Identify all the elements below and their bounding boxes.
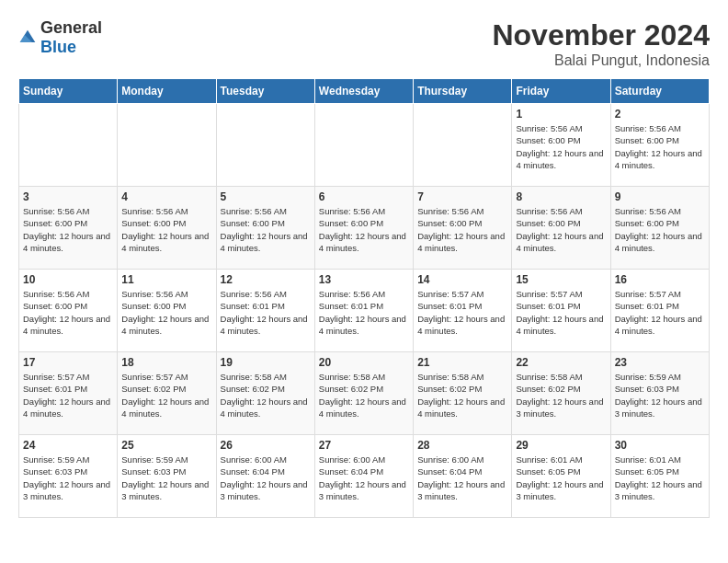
day-info: Sunrise: 6:01 AMSunset: 6:05 PMDaylight:…	[516, 454, 606, 502]
calendar-cell: 17Sunrise: 5:57 AMSunset: 6:01 PMDayligh…	[19, 352, 118, 435]
calendar-cell: 11Sunrise: 5:56 AMSunset: 6:00 PMDayligh…	[118, 270, 216, 352]
day-info: Sunrise: 5:56 AMSunset: 6:00 PMDaylight:…	[23, 205, 113, 254]
calendar-cell: 26Sunrise: 6:00 AMSunset: 6:04 PMDayligh…	[216, 435, 314, 518]
day-number: 27	[319, 439, 409, 452]
calendar-cell: 10Sunrise: 5:56 AMSunset: 6:00 PMDayligh…	[19, 270, 118, 352]
day-info: Sunrise: 5:57 AMSunset: 6:01 PMDaylight:…	[23, 371, 113, 419]
day-info: Sunrise: 5:57 AMSunset: 6:01 PMDaylight:…	[615, 288, 705, 337]
day-info: Sunrise: 5:58 AMSunset: 6:02 PMDaylight:…	[516, 371, 606, 419]
weekday-tuesday: Tuesday	[216, 79, 314, 104]
calendar-cell: 6Sunrise: 5:56 AMSunset: 6:00 PMDaylight…	[314, 187, 413, 270]
day-number: 11	[121, 273, 211, 286]
day-info: Sunrise: 5:58 AMSunset: 6:02 PMDaylight:…	[221, 371, 311, 419]
day-number: 19	[221, 356, 311, 369]
calendar-cell: 2Sunrise: 5:56 AMSunset: 6:00 PMDaylight…	[610, 104, 709, 187]
calendar-cell	[216, 104, 314, 187]
weekday-monday: Monday	[118, 79, 216, 104]
day-number: 1	[516, 108, 606, 121]
day-number: 15	[516, 273, 606, 286]
calendar-cell: 25Sunrise: 5:59 AMSunset: 6:03 PMDayligh…	[118, 435, 216, 518]
calendar-cell: 19Sunrise: 5:58 AMSunset: 6:02 PMDayligh…	[216, 352, 314, 435]
calendar-cell: 8Sunrise: 5:56 AMSunset: 6:00 PMDaylight…	[512, 187, 610, 270]
calendar-cell	[118, 104, 216, 187]
calendar-cell: 5Sunrise: 5:56 AMSunset: 6:00 PMDaylight…	[216, 187, 314, 270]
calendar-cell	[314, 104, 413, 187]
calendar-cell: 12Sunrise: 5:56 AMSunset: 6:01 PMDayligh…	[216, 270, 314, 352]
day-number: 24	[23, 439, 113, 452]
day-number: 17	[23, 356, 113, 369]
day-number: 7	[417, 190, 507, 203]
logo-general: General	[40, 18, 102, 37]
calendar-cell: 20Sunrise: 5:58 AMSunset: 6:02 PMDayligh…	[314, 352, 413, 435]
logo-icon	[18, 29, 37, 47]
title-area: November 2024 Balai Pungut, Indonesia	[492, 18, 710, 69]
calendar-cell: 27Sunrise: 6:00 AMSunset: 6:04 PMDayligh…	[314, 435, 413, 518]
logo-text: General Blue	[40, 18, 102, 57]
day-info: Sunrise: 5:59 AMSunset: 6:03 PMDaylight:…	[121, 454, 211, 502]
weekday-saturday: Saturday	[610, 79, 709, 104]
day-info: Sunrise: 5:56 AMSunset: 6:00 PMDaylight:…	[23, 288, 113, 337]
day-info: Sunrise: 6:01 AMSunset: 6:05 PMDaylight:…	[615, 454, 705, 502]
day-info: Sunrise: 5:56 AMSunset: 6:00 PMDaylight:…	[221, 205, 311, 254]
calendar-cell: 13Sunrise: 5:56 AMSunset: 6:01 PMDayligh…	[314, 270, 413, 352]
calendar-table: SundayMondayTuesdayWednesdayThursdayFrid…	[18, 78, 710, 518]
day-number: 13	[319, 273, 409, 286]
day-number: 28	[417, 439, 507, 452]
weekday-thursday: Thursday	[414, 79, 512, 104]
week-row-1: 3Sunrise: 5:56 AMSunset: 6:00 PMDaylight…	[19, 187, 710, 270]
calendar-cell: 24Sunrise: 5:59 AMSunset: 6:03 PMDayligh…	[19, 435, 118, 518]
calendar-cell: 18Sunrise: 5:57 AMSunset: 6:02 PMDayligh…	[118, 352, 216, 435]
calendar-cell: 23Sunrise: 5:59 AMSunset: 6:03 PMDayligh…	[610, 352, 709, 435]
week-row-2: 10Sunrise: 5:56 AMSunset: 6:00 PMDayligh…	[19, 270, 710, 352]
day-number: 12	[221, 273, 311, 286]
day-number: 25	[121, 439, 211, 452]
calendar-cell: 3Sunrise: 5:56 AMSunset: 6:00 PMDaylight…	[19, 187, 118, 270]
day-number: 14	[417, 273, 507, 286]
calendar-cell	[19, 104, 118, 187]
day-number: 18	[121, 356, 211, 369]
calendar-subtitle: Balai Pungut, Indonesia	[492, 52, 710, 69]
day-info: Sunrise: 5:59 AMSunset: 6:03 PMDaylight:…	[23, 454, 113, 502]
day-number: 9	[615, 190, 705, 203]
day-info: Sunrise: 5:58 AMSunset: 6:02 PMDaylight:…	[319, 371, 409, 419]
calendar-cell: 16Sunrise: 5:57 AMSunset: 6:01 PMDayligh…	[610, 270, 709, 352]
week-row-3: 17Sunrise: 5:57 AMSunset: 6:01 PMDayligh…	[19, 352, 710, 435]
day-info: Sunrise: 5:56 AMSunset: 6:01 PMDaylight:…	[221, 288, 311, 337]
calendar-cell: 4Sunrise: 5:56 AMSunset: 6:00 PMDaylight…	[118, 187, 216, 270]
day-info: Sunrise: 5:56 AMSunset: 6:00 PMDaylight:…	[615, 205, 705, 254]
day-info: Sunrise: 5:56 AMSunset: 6:00 PMDaylight:…	[319, 205, 409, 254]
day-info: Sunrise: 5:57 AMSunset: 6:01 PMDaylight:…	[516, 288, 606, 337]
calendar-cell: 15Sunrise: 5:57 AMSunset: 6:01 PMDayligh…	[512, 270, 610, 352]
week-row-0: 1Sunrise: 5:56 AMSunset: 6:00 PMDaylight…	[19, 104, 710, 187]
calendar-cell	[414, 104, 512, 187]
day-number: 4	[121, 190, 211, 203]
day-info: Sunrise: 5:56 AMSunset: 6:00 PMDaylight:…	[615, 122, 705, 171]
logo: General Blue	[18, 18, 102, 57]
calendar-title: November 2024	[492, 18, 710, 52]
day-info: Sunrise: 6:00 AMSunset: 6:04 PMDaylight:…	[417, 454, 507, 502]
calendar-cell: 21Sunrise: 5:58 AMSunset: 6:02 PMDayligh…	[414, 352, 512, 435]
weekday-sunday: Sunday	[19, 79, 118, 104]
day-number: 2	[615, 108, 705, 121]
day-number: 16	[615, 273, 705, 286]
day-number: 23	[615, 356, 705, 369]
day-info: Sunrise: 5:57 AMSunset: 6:02 PMDaylight:…	[121, 371, 211, 419]
day-info: Sunrise: 5:56 AMSunset: 6:00 PMDaylight:…	[417, 205, 507, 254]
day-info: Sunrise: 5:57 AMSunset: 6:01 PMDaylight:…	[417, 288, 507, 337]
week-row-4: 24Sunrise: 5:59 AMSunset: 6:03 PMDayligh…	[19, 435, 710, 518]
day-info: Sunrise: 6:00 AMSunset: 6:04 PMDaylight:…	[221, 454, 311, 502]
calendar-cell: 28Sunrise: 6:00 AMSunset: 6:04 PMDayligh…	[414, 435, 512, 518]
day-number: 30	[615, 439, 705, 452]
calendar-cell: 29Sunrise: 6:01 AMSunset: 6:05 PMDayligh…	[512, 435, 610, 518]
day-number: 10	[23, 273, 113, 286]
weekday-header-row: SundayMondayTuesdayWednesdayThursdayFrid…	[19, 79, 710, 104]
calendar-cell: 1Sunrise: 5:56 AMSunset: 6:00 PMDaylight…	[512, 104, 610, 187]
day-info: Sunrise: 5:56 AMSunset: 6:00 PMDaylight:…	[516, 205, 606, 254]
day-number: 21	[417, 356, 507, 369]
day-number: 8	[516, 190, 606, 203]
day-info: Sunrise: 5:58 AMSunset: 6:02 PMDaylight:…	[417, 371, 507, 419]
day-info: Sunrise: 6:00 AMSunset: 6:04 PMDaylight:…	[319, 454, 409, 502]
day-info: Sunrise: 5:56 AMSunset: 6:00 PMDaylight:…	[121, 288, 211, 337]
day-info: Sunrise: 5:56 AMSunset: 6:01 PMDaylight:…	[319, 288, 409, 337]
header: General Blue November 2024 Balai Pungut,…	[18, 18, 710, 69]
